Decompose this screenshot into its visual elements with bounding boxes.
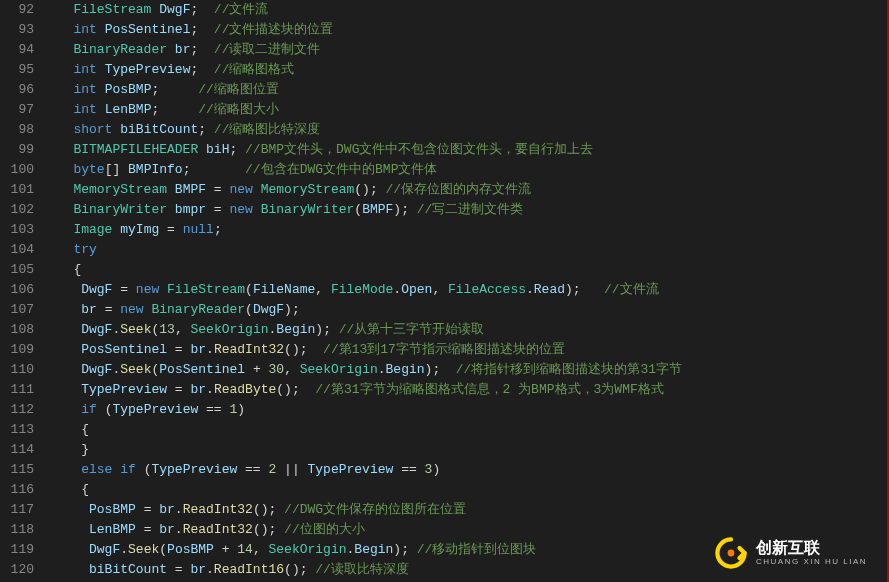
logo-text: 创新互联 CHUANG XIN HU LIAN: [756, 540, 867, 566]
code-line[interactable]: PosBMP = br.ReadInt32(); //DWG文件保存的位图所在位…: [50, 500, 887, 520]
code-line[interactable]: Image myImg = null;: [50, 220, 887, 240]
line-number: 100: [4, 160, 34, 180]
code-line[interactable]: if (TypePreview == 1): [50, 400, 887, 420]
code-line[interactable]: int PosSentinel; //文件描述块的位置: [50, 20, 887, 40]
logo-mark-icon: [714, 536, 748, 570]
code-line[interactable]: short biBitCount; //缩略图比特深度: [50, 120, 887, 140]
line-number: 109: [4, 340, 34, 360]
line-number: 110: [4, 360, 34, 380]
line-number: 114: [4, 440, 34, 460]
line-number: 108: [4, 320, 34, 340]
code-line[interactable]: PosSentinel = br.ReadInt32(); //第13到17字节…: [50, 340, 887, 360]
line-number: 119: [4, 540, 34, 560]
code-line[interactable]: {: [50, 420, 887, 440]
code-line[interactable]: DwgF.Seek(13, SeekOrigin.Begin); //从第十三字…: [50, 320, 887, 340]
line-number: 113: [4, 420, 34, 440]
line-number: 99: [4, 140, 34, 160]
line-number: 106: [4, 280, 34, 300]
line-number: 112: [4, 400, 34, 420]
line-number: 107: [4, 300, 34, 320]
logo-text-en: CHUANG XIN HU LIAN: [756, 558, 867, 566]
code-line[interactable]: BinaryReader br; //读取二进制文件: [50, 40, 887, 60]
code-line[interactable]: int TypePreview; //缩略图格式: [50, 60, 887, 80]
line-number: 98: [4, 120, 34, 140]
line-number: 94: [4, 40, 34, 60]
code-line[interactable]: TypePreview = br.ReadByte(); //第31字节为缩略图…: [50, 380, 887, 400]
line-number: 102: [4, 200, 34, 220]
code-editor: 9293949596979899100101102103104105106107…: [0, 0, 889, 582]
line-number: 105: [4, 260, 34, 280]
code-line[interactable]: {: [50, 260, 887, 280]
code-line[interactable]: try: [50, 240, 887, 260]
svg-point-0: [728, 550, 735, 557]
line-number: 115: [4, 460, 34, 480]
code-line[interactable]: byte[] BMPInfo; //包含在DWG文件中的BMP文件体: [50, 160, 887, 180]
line-number: 95: [4, 60, 34, 80]
line-number: 103: [4, 220, 34, 240]
line-number: 118: [4, 520, 34, 540]
code-line[interactable]: br = new BinaryReader(DwgF);: [50, 300, 887, 320]
code-line[interactable]: BinaryWriter bmpr = new BinaryWriter(BMP…: [50, 200, 887, 220]
code-line[interactable]: MemoryStream BMPF = new MemoryStream(); …: [50, 180, 887, 200]
code-line[interactable]: else if (TypePreview == 2 || TypePreview…: [50, 460, 887, 480]
logo-text-cn: 创新互联: [756, 540, 867, 556]
code-line[interactable]: }: [50, 440, 887, 460]
line-number: 101: [4, 180, 34, 200]
code-line[interactable]: FileStream DwgF; //文件流: [50, 0, 887, 20]
line-number: 104: [4, 240, 34, 260]
code-area[interactable]: FileStream DwgF; //文件流 int PosSentinel; …: [44, 0, 887, 582]
line-number: 97: [4, 100, 34, 120]
line-number: 96: [4, 80, 34, 100]
line-number: 116: [4, 480, 34, 500]
code-line[interactable]: BITMAPFILEHEADER biH; //BMP文件头，DWG文件中不包含…: [50, 140, 887, 160]
line-number: 93: [4, 20, 34, 40]
line-number: 120: [4, 560, 34, 580]
line-number: 111: [4, 380, 34, 400]
watermark-logo: 创新互联 CHUANG XIN HU LIAN: [714, 536, 867, 570]
code-line[interactable]: int LenBMP; //缩略图大小: [50, 100, 887, 120]
line-number: 117: [4, 500, 34, 520]
line-number: 92: [4, 0, 34, 20]
code-line[interactable]: int PosBMP; //缩略图位置: [50, 80, 887, 100]
code-line[interactable]: DwgF.Seek(PosSentinel + 30, SeekOrigin.B…: [50, 360, 887, 380]
code-line[interactable]: DwgF = new FileStream(FileName, FileMode…: [50, 280, 887, 300]
line-number-gutter: 9293949596979899100101102103104105106107…: [0, 0, 44, 582]
code-line[interactable]: {: [50, 480, 887, 500]
